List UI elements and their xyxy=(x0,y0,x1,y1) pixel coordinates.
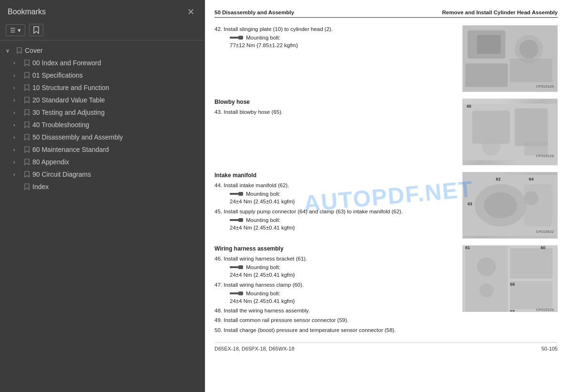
sidebar-title: Bookmarks xyxy=(8,8,46,16)
step-44-num: 44. xyxy=(214,182,222,188)
footer-right: 50-105 xyxy=(541,346,558,352)
bookmark-icon xyxy=(15,47,23,54)
tree-item-label: 20 Standard Value Table xyxy=(32,96,199,104)
step-43: 43. Install blowby hose (65). xyxy=(214,108,457,116)
svg-rect-4 xyxy=(477,35,500,54)
tree-item-label: 40 Troubleshooting xyxy=(32,121,199,129)
blowby-title: Blowby hose xyxy=(214,99,457,105)
wrench-icon-42 xyxy=(230,35,243,40)
step-44: 44. Install intake manifold (62). xyxy=(214,181,457,190)
tree-chevron: › xyxy=(13,147,21,152)
step-44-text: Install intake manifold (62). xyxy=(224,182,289,188)
section-slinging-plate: 42. Install slinging plate (10) to cylin… xyxy=(214,25,558,92)
tree-item-label: Index xyxy=(32,183,199,191)
step-42-bolt-text: Mounting bolt: xyxy=(246,35,280,40)
sidebar: Bookmarks ✕ ☰ ▾ ∨Cover›00 Index and Fore… xyxy=(0,0,205,392)
tree-item-3[interactable]: ›10 Structure and Function xyxy=(0,81,205,94)
step-47-bolt-value: 24±4 Nm {2.45±0.41 kgfm} xyxy=(214,297,457,305)
image-slinging-plate: CP615169 xyxy=(462,25,558,92)
tree-item-5[interactable]: ›30 Testing and Adjusting xyxy=(0,106,205,119)
step-48-num: 48. xyxy=(214,308,222,313)
bookmark-icon xyxy=(23,146,31,153)
section-slinging-plate-content: 42. Install slinging plate (10) to cylin… xyxy=(214,25,457,51)
step-45-bolt-label: Mounting bolt: xyxy=(214,217,457,223)
step-49: 49. Install common rail pressure sensor … xyxy=(214,316,457,324)
step-42-bolt-value: 77±12 Nm {7.85±1.22 kgfm} xyxy=(214,41,457,50)
tree-item-7[interactable]: ›50 Disassembly and Assembly xyxy=(0,131,205,143)
bookmark-icon xyxy=(23,109,31,116)
svg-rect-0 xyxy=(230,37,239,39)
svg-point-39 xyxy=(480,283,494,298)
step-45-bolt-value: 24±4 Nm {2.45±0.41 kgfm} xyxy=(214,224,457,232)
step-46-num: 46. xyxy=(214,256,222,261)
tree-chevron: › xyxy=(13,97,21,103)
tree-item-label: Cover xyxy=(25,47,199,54)
tree-item-9[interactable]: ›80 Appendix xyxy=(0,156,205,168)
svg-rect-19 xyxy=(230,219,239,221)
tree-chevron: › xyxy=(13,159,21,165)
tree-item-label: 30 Testing and Adjusting xyxy=(32,109,199,116)
tree-item-label: 90 Circuit Diagrams xyxy=(32,171,199,178)
tree-item-8[interactable]: ›60 Maintenance Standard xyxy=(0,143,205,156)
manifold-image-svg: 62 64 63 CP015622 xyxy=(463,174,557,236)
footer-left: D65EX-18, D65PX-18, D65WX-18 xyxy=(214,346,295,352)
tree-chevron: › xyxy=(13,171,21,177)
svg-text:65: 65 xyxy=(467,104,471,109)
svg-text:61: 61 xyxy=(465,245,470,250)
tree-item-1[interactable]: ›00 Index and Foreword xyxy=(0,57,205,69)
step-43-text: Install blowby hose (65). xyxy=(224,109,283,115)
blowby-image-svg: 65 CP015229 xyxy=(463,103,557,161)
list-icon: ☰ xyxy=(10,27,16,34)
tree-item-4[interactable]: ›20 Standard Value Table xyxy=(0,94,205,106)
tree-chevron: › xyxy=(13,85,21,90)
tree-chevron: ∨ xyxy=(6,48,13,54)
section-blowby: Blowby hose 43. Install blowby hose (65)… xyxy=(214,99,558,165)
svg-text:CP015229: CP015229 xyxy=(536,154,554,158)
page-header-right: Remove and Install Cylinder Head Assembl… xyxy=(442,10,558,15)
step-44-bolt-text: Mounting bolt: xyxy=(246,191,280,197)
wiring-title: Wiring harness assembly xyxy=(214,245,457,252)
step-44-bolt-value: 24±4 Nm {2.45±0.41 kgfm} xyxy=(214,198,457,206)
page-header: 50 Disassembly and Assembly Remove and I… xyxy=(214,10,558,18)
section-intake-manifold: Intake manifold 44. Install intake manif… xyxy=(214,172,558,239)
page-footer: D65EX-18, D65PX-18, D65WX-18 50-105 xyxy=(214,342,558,352)
step-47: 47. Install wiring harness clamp (60). xyxy=(214,281,457,289)
step-50-text: Install charge (boost) pressure and temp… xyxy=(224,327,396,333)
svg-rect-31 xyxy=(238,265,243,269)
svg-point-13 xyxy=(482,137,501,156)
step-47-num: 47. xyxy=(214,282,222,288)
tree-chevron: › xyxy=(13,72,21,78)
svg-rect-18 xyxy=(238,192,243,196)
tree-chevron: › xyxy=(13,110,21,115)
tree-item-6[interactable]: ›40 Troubleshooting xyxy=(0,119,205,131)
sidebar-toolbar: ☰ ▾ xyxy=(0,22,205,40)
image-manifold: 62 64 63 CP015622 xyxy=(462,172,558,239)
step-42-num: 42. xyxy=(214,26,222,32)
svg-rect-17 xyxy=(230,193,239,195)
bookmark-icon xyxy=(23,96,31,104)
bookmark-icon xyxy=(33,26,39,34)
section-intake-manifold-content: Intake manifold 44. Install intake manif… xyxy=(214,172,457,233)
tree-item-0[interactable]: ∨Cover xyxy=(0,44,205,57)
manifold-title: Intake manifold xyxy=(214,172,457,179)
svg-rect-1 xyxy=(238,36,243,40)
tree-item-2[interactable]: ›01 Specifications xyxy=(0,69,205,81)
svg-text:59: 59 xyxy=(510,282,515,287)
close-button[interactable]: ✕ xyxy=(184,6,197,18)
step-47-bolt-text: Mounting bolt: xyxy=(246,291,280,296)
list-view-button[interactable]: ☰ ▾ xyxy=(6,24,25,36)
bookmark-icon xyxy=(23,71,31,79)
step-46: 46. Install wiring harness bracket (61). xyxy=(214,255,457,263)
svg-rect-37 xyxy=(510,281,552,309)
engine-image-svg: CP615169 xyxy=(463,25,557,92)
step-45-bolt-text: Mounting bolt: xyxy=(246,217,280,223)
bookmark-icon xyxy=(23,84,31,91)
svg-text:62: 62 xyxy=(496,177,500,181)
bookmark-view-button[interactable] xyxy=(29,24,43,36)
main-content: 50 Disassembly and Assembly Remove and I… xyxy=(205,0,572,392)
sidebar-tree[interactable]: ∨Cover›00 Index and Foreword›01 Specific… xyxy=(0,40,205,392)
tree-item-11[interactable]: Index xyxy=(0,181,205,193)
tree-item-10[interactable]: ›90 Circuit Diagrams xyxy=(0,168,205,181)
section-wiring-harness-content: Wiring harness assembly 46. Install wiri… xyxy=(214,245,457,336)
svg-text:64: 64 xyxy=(529,177,534,181)
